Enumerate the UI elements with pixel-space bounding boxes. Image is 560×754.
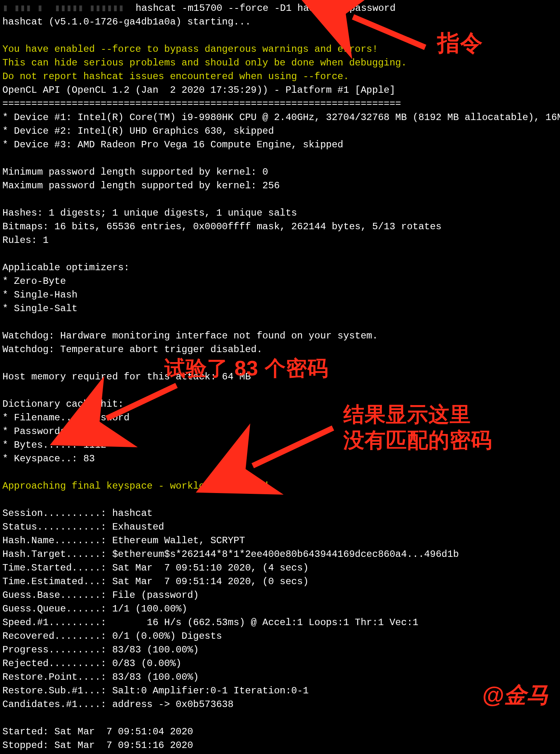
line-dev3: * Device #3: AMD Radeon Pro Vega 16 Comp… <box>2 139 343 150</box>
line-stopped: Stopped: Sat Mar 7 09:51:16 2020 <box>2 740 193 751</box>
command-text: hashcat -m15700 --force -D1 hashcode pas… <box>130 3 396 14</box>
line-timeestimated: Time.Estimated...: Sat Mar 7 09:51:14 20… <box>2 576 308 587</box>
line-watch2: Watchdog: Temperature abort trigger disa… <box>2 344 262 355</box>
line-session: Session..........: hashcat <box>2 508 152 519</box>
annotation-tried-83: 试验了 83 个密码 <box>164 361 329 375</box>
line-restorepoint: Restore.Point....: 83/83 (100.00%) <box>2 672 199 683</box>
line-timestarted: Time.Started.....: Sat Mar 7 09:51:10 20… <box>2 562 308 573</box>
line-restoresub: Restore.Sub.#1...: Salt:0 Amplifier:0-1 … <box>2 685 308 696</box>
line-dict1: * Filename..: password <box>2 412 130 423</box>
line-warn2: This can hide serious problems and shoul… <box>2 57 407 68</box>
line-rules: Rules: 1 <box>2 235 49 246</box>
line-dict3: * Bytes.....: 1112 <box>2 440 106 450</box>
line-dict2: * Passwords.: 83 <box>2 426 95 437</box>
line-status: Status...........: Exhausted <box>2 522 164 532</box>
line-warn1: You have enabled --force to bypass dange… <box>2 44 378 55</box>
line-warn3: Do not report hashcat issues encountered… <box>2 71 349 82</box>
annotation-no-match-line1: 结果显示这里 <box>343 401 492 427</box>
line-hashtarget: Hash.Target......: $ethereum$s*262144*8*… <box>2 549 459 560</box>
annotation-command: 指令 <box>437 36 483 50</box>
line-rejected: Rejected.........: 0/83 (0.00%) <box>2 658 181 669</box>
line-hashname: Hash.Name........: Ethereum Wallet, SCRY… <box>2 535 245 546</box>
line-opt2: * Single-Hash <box>2 289 77 300</box>
line-recovered: Recovered........: 0/1 (0.00%) Digests <box>2 631 222 642</box>
line-dev1: * Device #1: Intel(R) Core(TM) i9-9980HK… <box>2 112 560 123</box>
line-maxpw: Maximum password length supported by ker… <box>2 180 280 191</box>
line-opt-hdr: Applicable optimizers: <box>2 262 130 273</box>
line-speed: Speed.#1.........: 16 H/s (662.53ms) @ A… <box>2 617 418 628</box>
line-dict-hdr: Dictionary cache hit: <box>2 399 124 410</box>
line-starting: hashcat (v5.1.0-1726-ga4db1a0a) starting… <box>2 16 251 27</box>
line-candidates: Candidates.#1....: address -> 0x0b573638 <box>2 699 233 710</box>
line-progress: Progress.........: 83/83 (100.00%) <box>2 644 199 655</box>
line-guessbase: Guess.Base.......: File (password) <box>2 590 199 601</box>
annotation-no-match: 结果显示这里 没有匹配的密码 <box>343 401 492 453</box>
line-opencl: OpenCL API (OpenCL 1.2 (Jan 2 2020 17:35… <box>2 85 395 96</box>
line-guessqueue: Guess.Queue......: 1/1 (100.00%) <box>2 603 187 614</box>
line-minpw: Minimum password length supported by ker… <box>2 167 268 177</box>
line-separator: ========================================… <box>2 98 401 109</box>
line-bitmaps: Bitmaps: 16 bits, 65536 entries, 0x0000f… <box>2 221 442 232</box>
line-dict4: * Keyspace..: 83 <box>2 453 95 464</box>
line-started: Started: Sat Mar 7 09:51:04 2020 <box>2 726 193 737</box>
line-watch1: Watchdog: Hardware monitoring interface … <box>2 330 378 341</box>
annotation-no-match-line2: 没有匹配的密码 <box>343 427 492 453</box>
line-approaching: Approaching final keyspace - workload ad… <box>2 481 274 491</box>
prompt-redacted: ▮ ▮▮▮ ▮ ▮▮▮▮▮ ▮▮▮▮▮▮ <box>2 3 130 14</box>
signature: @金马 <box>482 688 549 702</box>
line-opt3: * Single-Salt <box>2 303 77 314</box>
line-dev2: * Device #2: Intel(R) UHD Graphics 630, … <box>2 126 274 137</box>
line-hashes: Hashes: 1 digests; 1 unique digests, 1 u… <box>2 208 297 218</box>
line-opt1: * Zero-Byte <box>2 276 66 287</box>
